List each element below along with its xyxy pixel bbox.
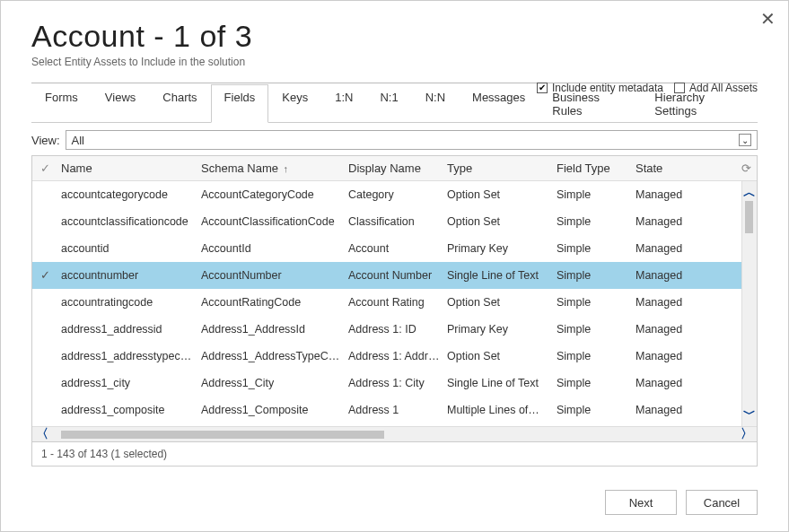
fields-grid: ✓ Name Schema Name ↑ Display Name Type F…	[31, 155, 758, 442]
cell-display: Address 1	[348, 404, 447, 416]
tab-business-rules[interactable]: Business Rules	[539, 84, 641, 123]
column-header-schema-label: Schema Name	[201, 161, 278, 175]
table-row[interactable]: address1_addressidAddress1_AddressIdAddr…	[32, 316, 757, 343]
view-label: View:	[31, 134, 60, 147]
tab-n-1[interactable]: N:1	[366, 84, 411, 123]
table-row[interactable]: address1_addresstypecodeAddress1_Address…	[32, 343, 757, 370]
column-header-display[interactable]: Display Name	[348, 161, 447, 175]
cell-type: Primary Key	[447, 242, 557, 255]
table-row[interactable]: accountratingcodeAccountRatingCodeAccoun…	[32, 289, 757, 316]
table-row[interactable]: address1_compositeAddress1_CompositeAddr…	[32, 397, 757, 423]
cell-name: address1_addressid	[57, 323, 201, 336]
page-title: Account - 1 of 3	[31, 19, 758, 54]
cell-state: Managed	[636, 377, 712, 389]
row-checkbox[interactable]: ✓	[32, 268, 57, 282]
cell-state: Managed	[636, 242, 712, 255]
table-row[interactable]: accountidAccountIdAccountPrimary KeySimp…	[32, 235, 757, 262]
cell-fieldtype: Simple	[557, 377, 636, 389]
cell-state: Managed	[636, 269, 712, 282]
cell-type: Multiple Lines of…	[447, 404, 557, 416]
table-row[interactable]: accountclassificationcodeAccountClassifi…	[32, 208, 757, 235]
cell-type: Single Line of Text	[447, 269, 557, 282]
view-selected-value: All	[72, 134, 84, 147]
chevron-down-icon[interactable]: ⌄	[739, 134, 751, 146]
column-header-name[interactable]: Name	[57, 161, 201, 175]
cell-schema: Address1_AddressTypeCode	[201, 350, 348, 362]
cell-type: Option Set	[447, 350, 557, 362]
cell-type: Primary Key	[447, 323, 557, 336]
cell-schema: Address1_City	[201, 377, 348, 389]
cell-schema: Address1_AddressId	[201, 323, 348, 336]
status-bar: 1 - 143 of 143 (1 selected)	[31, 442, 758, 467]
sort-asc-icon: ↑	[284, 163, 289, 174]
cell-schema: AccountClassificationCode	[201, 215, 348, 228]
cell-name: accountcategorycode	[57, 188, 201, 201]
scroll-down-icon[interactable]: ﹀	[743, 406, 756, 423]
scroll-right-icon[interactable]: 〉	[741, 426, 753, 442]
cell-display: Address 1: Addr…	[348, 350, 447, 362]
cell-state: Managed	[636, 188, 712, 201]
cell-display: Account Rating	[348, 296, 447, 309]
tab-keys[interactable]: Keys	[268, 84, 321, 123]
cell-fieldtype: Simple	[557, 350, 636, 362]
tab-1-n[interactable]: 1:N	[321, 84, 366, 123]
tab-bar: FormsViewsChartsFieldsKeys1:NN:1N:NMessa…	[31, 83, 758, 123]
tab-forms[interactable]: Forms	[31, 84, 92, 123]
tab-messages[interactable]: Messages	[459, 84, 539, 123]
cell-schema: AccountRatingCode	[201, 296, 348, 309]
cancel-button[interactable]: Cancel	[686, 490, 758, 515]
cell-name: accountnumber	[57, 269, 201, 282]
cell-state: Managed	[636, 350, 712, 362]
cell-display: Account Number	[348, 269, 447, 282]
tab-n-n[interactable]: N:N	[412, 84, 459, 123]
cell-state: Managed	[636, 404, 712, 416]
table-row[interactable]: ✓accountnumberAccountNumberAccount Numbe…	[32, 262, 757, 289]
page-subtitle: Select Entity Assets to Include in the s…	[31, 56, 758, 68]
cell-state: Managed	[636, 215, 712, 228]
tab-charts[interactable]: Charts	[149, 84, 210, 123]
cell-fieldtype: Simple	[557, 242, 636, 255]
view-select[interactable]: All ⌄	[66, 130, 758, 150]
cell-fieldtype: Simple	[557, 269, 636, 282]
scroll-left-icon[interactable]: 〈	[36, 426, 48, 442]
scroll-thumb-horizontal[interactable]	[61, 431, 384, 439]
cell-display: Classification	[348, 215, 447, 228]
cell-name: address1_city	[57, 377, 201, 389]
select-all-checkbox[interactable]: ✓	[32, 161, 57, 175]
cell-name: accountratingcode	[57, 296, 201, 309]
cell-type: Single Line of Text	[447, 377, 557, 389]
cell-schema: AccountNumber	[201, 269, 348, 282]
tab-views[interactable]: Views	[92, 84, 149, 123]
next-button[interactable]: Next	[605, 490, 677, 515]
scroll-thumb[interactable]	[745, 201, 753, 233]
cell-fieldtype: Simple	[557, 215, 636, 228]
cell-schema: AccountCategoryCode	[201, 188, 348, 201]
table-row[interactable]: address1_cityAddress1_CityAddress 1: Cit…	[32, 370, 757, 397]
cell-name: address1_addresstypecode	[57, 350, 201, 362]
column-header-state[interactable]: State	[636, 161, 712, 175]
table-row[interactable]: accountcategorycodeAccountCategoryCodeCa…	[32, 181, 757, 208]
column-header-fieldtype[interactable]: Field Type	[557, 161, 636, 175]
scroll-up-icon[interactable]: ︿	[743, 185, 756, 201]
vertical-scrollbar[interactable]: ︿ ﹀	[741, 181, 757, 426]
grid-header: ✓ Name Schema Name ↑ Display Name Type F…	[32, 156, 757, 181]
tab-hierarchy-settings[interactable]: Hierarchy Settings	[641, 84, 758, 123]
column-header-type[interactable]: Type	[447, 161, 557, 175]
cell-display: Address 1: ID	[348, 323, 447, 336]
tab-fields[interactable]: Fields	[211, 84, 269, 123]
cell-fieldtype: Simple	[557, 323, 636, 336]
close-icon[interactable]: ✕	[760, 10, 776, 28]
refresh-icon[interactable]: ⟳	[712, 161, 757, 175]
cell-state: Managed	[636, 323, 712, 336]
cell-schema: AccountId	[201, 242, 348, 255]
cell-name: accountclassificationcode	[57, 215, 201, 228]
cell-type: Option Set	[447, 215, 557, 228]
column-header-schema[interactable]: Schema Name ↑	[201, 161, 348, 175]
horizontal-scrollbar[interactable]: 〈 〉	[32, 426, 757, 441]
cell-display: Account	[348, 242, 447, 255]
cell-type: Option Set	[447, 188, 557, 201]
cell-fieldtype: Simple	[557, 404, 636, 416]
cell-fieldtype: Simple	[557, 296, 636, 309]
cell-name: accountid	[57, 242, 201, 255]
cell-display: Category	[348, 188, 447, 201]
